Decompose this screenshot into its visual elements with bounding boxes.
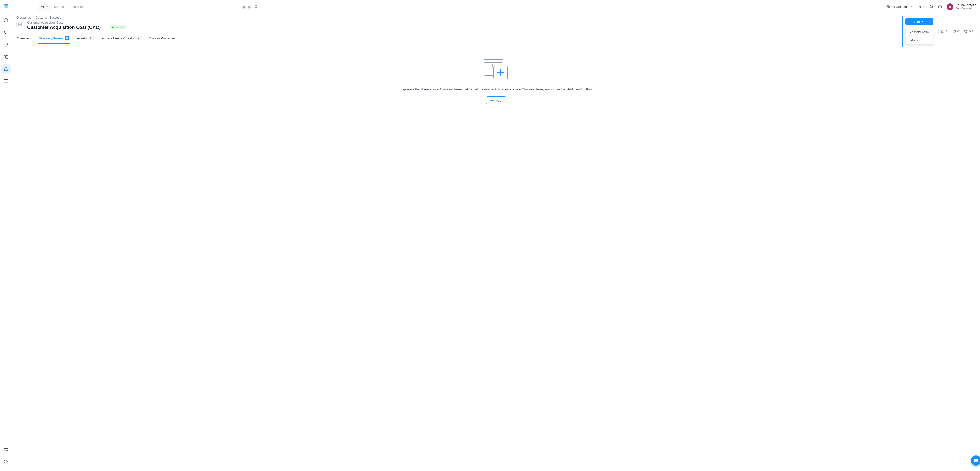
status-badge: Approved [110,25,126,29]
domain-label: All Domains [891,5,908,8]
bell-icon [929,5,934,9]
sidebar-item-settings[interactable] [2,445,11,454]
chevron-down-icon [910,6,912,8]
sidebar-item-search[interactable] [2,28,11,37]
empty-state-illustration [482,58,511,81]
search-shortcut-hint: ⌘ K [242,5,252,9]
chevron-down-icon [922,6,925,8]
chevron-down-icon [922,20,924,23]
kbd-cmd: ⌘ [242,5,246,9]
sidebar-item-glossary[interactable] [2,64,11,74]
help-button[interactable] [938,5,942,9]
globe-icon [886,5,890,9]
svg-text:Q: Q [5,20,6,22]
likes-count: 1 [946,30,948,33]
more-actions-button[interactable] [976,28,978,35]
glossary-page-icon [16,21,24,28]
tab-custom-properties[interactable]: Custom Properties [148,33,176,44]
svg-point-7 [255,5,257,7]
add-dropdown-container: Add Glossary Term Assets [902,16,936,48]
content-area: It appears that there are no Glossary Te… [12,44,980,471]
help-icon [938,5,942,9]
add-button[interactable]: Add [905,18,934,25]
breadcrumb-root[interactable]: Glossaries [16,16,31,19]
version-button[interactable]: 0.3 [962,28,976,35]
language-label: EN [916,5,921,8]
empty-add-button[interactable]: Add [486,96,506,104]
sidebar-item-logout[interactable] [2,457,11,466]
sidebar-item-domains[interactable] [2,53,11,62]
svg-point-14 [485,60,486,61]
tabs: Overview Glossary Terms 0 Assets 11 Acti… [16,33,976,44]
search-button[interactable] [252,3,261,11]
likes-button[interactable]: 1 [938,28,950,35]
domain-selector[interactable]: All Domains [886,5,912,9]
notifications-button[interactable] [929,5,934,9]
tab-glossary-terms-count: 0 [65,36,69,40]
sidebar-item-explore[interactable]: Q [2,16,11,25]
tab-activity-count: 7 [137,36,141,40]
breadcrumb: Glossaries / Customer Success [16,16,976,19]
add-dropdown-menu: Glossary Term Assets [905,27,934,45]
sidebar-item-docs[interactable] [2,76,11,86]
tab-overview[interactable]: Overview [16,33,31,44]
thumbs-down-icon [953,30,956,33]
svg-rect-19 [486,68,489,71]
avatar: R [947,3,953,10]
chevron-down-icon [46,6,48,8]
add-menu-glossary-term[interactable]: Glossary Term [905,29,933,36]
chat-icon [973,458,978,463]
tab-assets[interactable]: Assets 11 [76,33,94,44]
chat-fab[interactable] [971,455,980,466]
svg-point-4 [4,448,5,449]
svg-point-5 [6,450,7,451]
user-role: Data Steward [955,7,977,10]
svg-point-22 [976,460,976,460]
add-menu-assets[interactable]: Assets [905,36,933,43]
dislikes-count: 0 [958,30,959,33]
header-actions: Add Glossary Term Assets 1 0 [902,16,978,48]
svg-rect-17 [486,64,489,67]
user-menu[interactable]: R Rounakpreet.d Data Steward [947,3,977,10]
search-scope-selector[interactable]: All [38,3,51,11]
page-stats: 1 0 0.3 [938,28,978,35]
plus-icon [490,99,494,102]
thumbs-up-icon [941,30,944,33]
search-scope-label: All [41,5,45,8]
svg-point-21 [975,460,975,460]
svg-rect-18 [490,64,493,67]
breadcrumb-current[interactable]: Customer Success [36,16,61,19]
sidebar-item-insights[interactable] [2,40,11,49]
svg-point-23 [977,460,977,460]
page-title: Customer Acquisition Cost (CAC) [27,25,100,30]
page-subtitle: Customer Acquisition Cost [27,21,127,24]
search-bar: All ⌘ K [38,3,261,11]
tab-glossary-terms[interactable]: Glossary Terms 0 [38,33,70,44]
user-name: Rounakpreet.d [955,3,977,7]
tab-activity[interactable]: Activity Feeds & Tasks 7 [101,33,141,44]
svg-point-2 [4,31,7,34]
topbar: All ⌘ K All Domains [12,0,980,13]
breadcrumb-separator: / [33,16,33,19]
svg-rect-13 [484,59,503,62]
sidebar: Q [0,0,12,471]
version-label: 0.3 [969,30,973,33]
history-icon [964,30,968,33]
svg-point-15 [487,60,488,61]
search-input[interactable] [51,3,242,11]
empty-state-message: It appears that there are no Glossary Te… [399,88,593,91]
search-icon [255,5,258,9]
tab-assets-count: 11 [89,36,94,40]
app-logo[interactable] [2,2,10,10]
kbd-k: K [247,5,251,9]
language-selector[interactable]: EN [916,5,925,8]
dislikes-button[interactable]: 0 [950,28,962,35]
svg-point-16 [488,60,489,61]
page-header: Glossaries / Customer Success Customer A… [12,13,980,44]
